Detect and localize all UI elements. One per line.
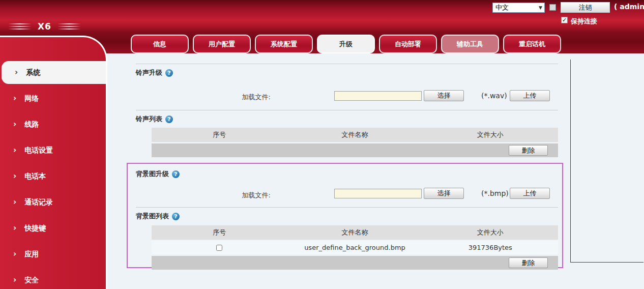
logo-text: X6 bbox=[38, 21, 51, 32]
chevron-down-icon: ▼ bbox=[539, 5, 542, 10]
ring-delete-button[interactable]: 删除 bbox=[509, 145, 548, 156]
divider bbox=[136, 110, 558, 110]
chevron-right-icon: › bbox=[13, 121, 16, 128]
right-frame-border bbox=[570, 60, 643, 263]
section-title-ring-upgrade: 铃声升级 ? bbox=[136, 68, 173, 77]
sidebar-item-application[interactable]: › 应用 bbox=[0, 241, 106, 267]
tab-user-config[interactable]: 用户配置 bbox=[193, 35, 251, 53]
help-icon[interactable]: ? bbox=[172, 213, 180, 220]
bg-upload-button[interactable]: 上传 bbox=[510, 188, 550, 199]
sidebar-item-system[interactable]: › 系统 bbox=[2, 61, 106, 84]
sidebar: › 系统 › 网络 › 线路 › 电话设置 › 电话本 › 通话记录 › 快捷键… bbox=[0, 36, 107, 289]
ring-list-table: 序号 文件名称 文件大小 删除 bbox=[152, 128, 558, 157]
logout-button[interactable]: 注销 bbox=[561, 2, 610, 13]
sidebar-item-label: 系统 bbox=[26, 68, 40, 77]
logo-speedlines-right bbox=[57, 23, 81, 30]
ring-select-button[interactable]: 选择 bbox=[424, 90, 464, 101]
bg-file-label: 加载文件: bbox=[136, 191, 271, 200]
sidebar-item-label: 通话记录 bbox=[24, 198, 53, 207]
cell-filename: user_define_back_ground.bmp bbox=[287, 241, 422, 254]
help-icon[interactable]: ? bbox=[172, 170, 180, 178]
sidebar-item-label: 应用 bbox=[24, 250, 39, 259]
sidebar-item-function-key[interactable]: › 快捷键 bbox=[0, 215, 106, 241]
bg-ext-label: (*.bmp) bbox=[481, 189, 509, 197]
section-title-text: 铃声升级 bbox=[136, 68, 162, 77]
language-select[interactable]: 中文 ▼ bbox=[492, 3, 545, 13]
col-header-filename: 文件名称 bbox=[287, 128, 422, 142]
help-icon[interactable]: ? bbox=[165, 69, 173, 77]
bg-file-input[interactable] bbox=[334, 189, 422, 198]
admin-label: ( admin ) bbox=[614, 3, 644, 11]
section-title-text: 背景图升级 bbox=[136, 169, 169, 179]
sidebar-item-phone-settings[interactable]: › 电话设置 bbox=[0, 137, 106, 163]
table-header-row: 序号 文件名称 文件大小 bbox=[152, 128, 558, 142]
ring-file-input[interactable] bbox=[334, 91, 422, 101]
language-select-value: 中文 bbox=[495, 3, 509, 12]
sidebar-item-network[interactable]: › 网络 bbox=[0, 85, 106, 111]
tab-reboot[interactable]: 重启话机 bbox=[503, 35, 561, 53]
sidebar-item-security[interactable]: › 安全 bbox=[0, 267, 106, 289]
section-title-text: 铃声列表 bbox=[136, 114, 162, 124]
table-row: user_define_back_ground.bmp 391736Bytes bbox=[152, 241, 558, 254]
tab-tools[interactable]: 辅助工具 bbox=[441, 35, 499, 53]
sidebar-item-line[interactable]: › 线路 bbox=[0, 111, 106, 137]
cell-filesize: 391736Bytes bbox=[423, 241, 558, 254]
tab-auto-deploy[interactable]: 自动部署 bbox=[379, 35, 437, 53]
logo: X6 bbox=[8, 21, 81, 32]
help-icon[interactable]: ? bbox=[165, 115, 173, 123]
sidebar-item-call-log[interactable]: › 通话记录 bbox=[0, 189, 106, 215]
col-header-filename: 文件名称 bbox=[287, 225, 422, 240]
col-header-index: 序号 bbox=[152, 128, 287, 142]
tab-system-config[interactable]: 系统配置 bbox=[255, 35, 313, 53]
sidebar-item-label: 快捷键 bbox=[24, 224, 46, 233]
table-footer-row: 删除 bbox=[152, 256, 558, 270]
section-title-bg-upgrade: 背景图升级 ? bbox=[136, 169, 180, 179]
bg-delete-button[interactable]: 删除 bbox=[509, 257, 548, 268]
table-footer-row: 删除 bbox=[152, 143, 558, 157]
keep-alive-checkbox[interactable]: ✓ bbox=[561, 17, 568, 23]
col-header-filesize: 文件大小 bbox=[423, 225, 558, 240]
ring-upload-button[interactable]: 上传 bbox=[510, 90, 550, 101]
divider bbox=[136, 207, 558, 208]
chevron-right-icon: › bbox=[13, 95, 16, 102]
row-checkbox[interactable] bbox=[216, 245, 222, 251]
sidebar-item-label: 安全 bbox=[24, 276, 39, 285]
keep-alive-label: 保持连接 bbox=[571, 17, 597, 26]
col-header-filesize: 文件大小 bbox=[423, 128, 558, 142]
section-title-bg-list: 背景图列表 ? bbox=[136, 212, 180, 221]
divider bbox=[136, 64, 558, 64]
sidebar-item-label: 线路 bbox=[24, 120, 39, 129]
ring-ext-label: (*.wav) bbox=[481, 92, 507, 100]
chevron-right-icon: › bbox=[13, 250, 16, 258]
sidebar-item-label: 电话设置 bbox=[24, 146, 53, 155]
chevron-right-icon: › bbox=[15, 69, 18, 76]
section-title-text: 背景图列表 bbox=[136, 212, 169, 221]
chevron-right-icon: › bbox=[13, 172, 16, 180]
sidebar-item-phonebook[interactable]: › 电话本 bbox=[0, 163, 106, 189]
logo-speedlines-left bbox=[8, 23, 32, 30]
chevron-right-icon: › bbox=[13, 224, 16, 232]
language-checkbox[interactable] bbox=[549, 4, 556, 11]
ring-file-label: 加载文件: bbox=[136, 93, 271, 102]
tab-upgrade[interactable]: 升级 bbox=[317, 35, 375, 53]
table-header-row: 序号 文件名称 文件大小 bbox=[152, 225, 558, 240]
tab-info[interactable]: 信息 bbox=[131, 35, 189, 53]
chevron-right-icon: › bbox=[13, 198, 16, 206]
bg-select-button[interactable]: 选择 bbox=[424, 188, 464, 199]
sidebar-item-label: 网络 bbox=[24, 94, 39, 103]
chevron-right-icon: › bbox=[13, 147, 16, 154]
main-content: 铃声升级 ? 加载文件: 选择 (*.wav) 上传 铃声列表 ? 序号 文件名… bbox=[107, 53, 644, 289]
sidebar-item-label: 电话本 bbox=[24, 172, 46, 181]
section-title-ring-list: 铃声列表 ? bbox=[136, 114, 173, 124]
bg-list-table: 序号 文件名称 文件大小 user_define_back_ground.bmp… bbox=[152, 225, 558, 270]
col-header-index: 序号 bbox=[152, 225, 287, 240]
chevron-right-icon: › bbox=[13, 276, 16, 284]
